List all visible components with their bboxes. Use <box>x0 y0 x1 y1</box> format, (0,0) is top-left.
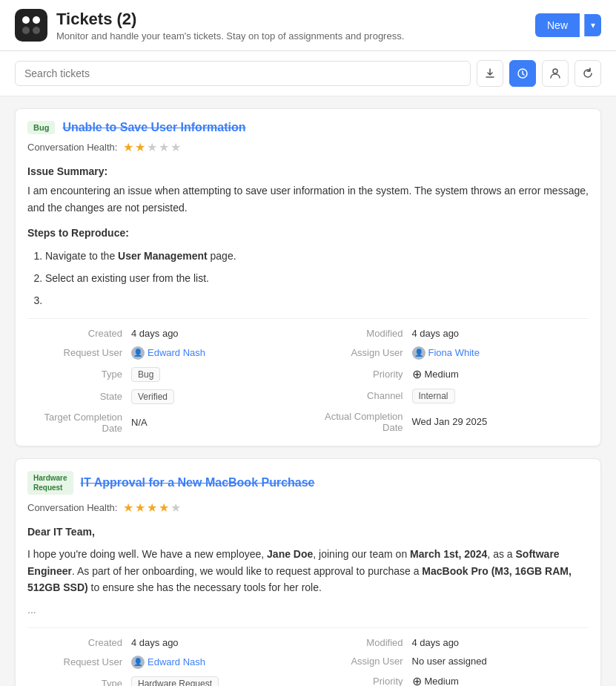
person-button[interactable] <box>542 60 569 87</box>
priority-text-2: Medium <box>425 676 459 686</box>
body-mid1: , joining our team on <box>313 548 410 560</box>
state-row-1: State Verified <box>27 389 308 404</box>
star-2-1: ★ <box>123 501 133 515</box>
priority-row-2: Priority ⊕ Medium <box>308 674 589 686</box>
request-user-row-2: Request User 👤 Edward Nash <box>27 656 308 669</box>
created-value-1: 4 days ago <box>131 328 179 339</box>
request-user-link-2[interactable]: Edward Nash <box>148 656 205 667</box>
star-1-1: ★ <box>123 140 133 154</box>
tickets-container: Bug Unable to Save User Information Conv… <box>0 96 616 686</box>
new-button[interactable]: New <box>535 13 580 37</box>
step-2: Select an existing user from the list. <box>45 270 589 286</box>
issue-summary-text: I am encountering an issue when attempti… <box>27 182 589 216</box>
request-user-value-1: 👤 Edward Nash <box>131 346 205 360</box>
ticket-2-health: Conversation Health: ★ ★ ★ ★ ★ <box>27 501 589 515</box>
ticket-2-meta-left: Created 4 days ago Request User 👤 Edward… <box>27 637 308 686</box>
search-bar <box>0 51 616 96</box>
ticket-card-2: Hardware Request IT Approval for a New M… <box>15 458 601 686</box>
type-row-2: Type Hardware Request <box>27 676 308 686</box>
type-value-2: Hardware Request <box>131 676 219 686</box>
type-label-1: Type <box>27 369 131 380</box>
request-user-link-1[interactable]: Edward Nash <box>148 347 205 358</box>
type-row-1: Type Bug <box>27 367 308 382</box>
created-row-1: Created 4 days ago <box>27 328 308 339</box>
state-label-1: State <box>27 391 131 402</box>
assign-user-avatar-1: 👤 <box>412 346 425 360</box>
ticket-1-meta: Created 4 days ago Request User 👤 Edward… <box>27 318 589 434</box>
step-3 <box>45 292 589 309</box>
header-left: Tickets (2) Monitor and handle your team… <box>15 9 404 42</box>
step-1: Navigate to the User Management page. <box>45 248 589 264</box>
logo-dot-4 <box>33 27 40 34</box>
star-1-4: ★ <box>159 140 169 154</box>
created-value-2: 4 days ago <box>131 637 179 648</box>
body-name: Jane Doe <box>267 548 313 560</box>
assign-user-row-1: Assign User 👤 Fiona White <box>308 346 589 360</box>
channel-row-1: Channel Internal <box>308 389 589 403</box>
stars-1: ★ ★ ★ ★ ★ <box>123 140 181 154</box>
star-1-2: ★ <box>135 140 145 154</box>
clock-button[interactable] <box>509 60 536 87</box>
ticket-2-meta-right: Modified 4 days ago Assign User No user … <box>308 637 589 686</box>
star-2-2: ★ <box>135 501 145 515</box>
request-user-label-1: Request User <box>27 347 131 358</box>
ticket-2-header: Hardware Request IT Approval for a New M… <box>27 471 589 495</box>
ticket-1-body: Issue Summary: I am encountering an issu… <box>27 163 589 309</box>
app-title: Tickets (2) <box>56 10 404 29</box>
star-2-5: ★ <box>170 501 181 515</box>
download-button[interactable] <box>477 60 503 87</box>
body-paragraph: I hope you're doing well. We have a new … <box>27 546 589 596</box>
channel-tag-1: Internal <box>412 389 455 403</box>
ticket-1-meta-right: Modified 4 days ago Assign User 👤 Fiona … <box>308 328 589 434</box>
ticket-1-health: Conversation Health: ★ ★ ★ ★ ★ <box>27 140 589 154</box>
ticket-2-meta-grid: Created 4 days ago Request User 👤 Edward… <box>27 637 589 686</box>
assign-user-row-2: Assign User No user assigned <box>308 656 589 667</box>
star-1-3: ★ <box>147 140 157 154</box>
assign-user-value-2: No user assigned <box>412 656 487 667</box>
type-tag-2: Hardware Request <box>131 676 219 686</box>
title-block: Tickets (2) Monitor and handle your team… <box>56 10 404 42</box>
stars-2: ★ ★ ★ ★ ★ <box>123 501 181 515</box>
ticket-2-body: Dear IT Team, I hope you're doing well. … <box>27 524 589 619</box>
assign-user-link-1[interactable]: Fiona White <box>428 347 480 358</box>
body-mid3: . As part of her onboarding, we would li… <box>72 565 422 577</box>
request-user-value-2: 👤 Edward Nash <box>131 656 205 669</box>
target-value-1: N/A <box>131 417 148 428</box>
svg-point-1 <box>553 69 557 73</box>
logo-dot-1 <box>22 16 30 24</box>
person-icon <box>549 67 561 79</box>
created-label-1: Created <box>27 328 131 339</box>
created-row-2: Created 4 days ago <box>27 637 308 648</box>
steps-title: Steps to Reproduce: <box>27 225 589 241</box>
ticket-1-meta-left: Created 4 days ago Request User 👤 Edward… <box>27 328 308 434</box>
refresh-button[interactable] <box>574 60 601 87</box>
priority-icon-2: ⊕ <box>412 674 422 686</box>
logo-dots <box>22 16 40 34</box>
ticket-card-1: Bug Unable to Save User Information Conv… <box>15 108 601 446</box>
download-icon <box>484 67 496 79</box>
new-chevron-button[interactable]: ▾ <box>584 14 601 36</box>
refresh-icon <box>582 67 594 79</box>
app-logo <box>15 9 47 42</box>
ticket-2-badge: Hardware Request <box>27 471 73 495</box>
body-end: to ensure she has the necessary tools fo… <box>88 581 322 593</box>
search-input[interactable] <box>15 61 471 86</box>
issue-summary-title: Issue Summary: <box>27 163 589 179</box>
priority-label-2: Priority <box>308 676 412 686</box>
priority-value-1: ⊕ Medium <box>412 367 459 381</box>
ellipsis: ... <box>27 601 589 618</box>
assign-user-value-1: 👤 Fiona White <box>412 346 480 360</box>
priority-text-1: Medium <box>425 369 459 380</box>
target-label-1: Target Completion Date <box>27 412 131 434</box>
modified-row-1: Modified 4 days ago <box>308 328 589 339</box>
request-user-avatar-2: 👤 <box>131 656 145 669</box>
body-date: March 1st, 2024 <box>410 548 487 560</box>
ticket-1-title[interactable]: Unable to Save User Information <box>62 121 245 134</box>
state-value-1: Verified <box>131 389 174 404</box>
priority-row-1: Priority ⊕ Medium <box>308 367 589 381</box>
type-value-1: Bug <box>131 367 160 382</box>
actual-value-1: Wed Jan 29 2025 <box>412 416 488 427</box>
ticket-2-title[interactable]: IT Approval for a New MacBook Purchase <box>81 476 315 489</box>
priority-label-1: Priority <box>308 369 412 380</box>
ticket-1-badge: Bug <box>27 121 55 134</box>
